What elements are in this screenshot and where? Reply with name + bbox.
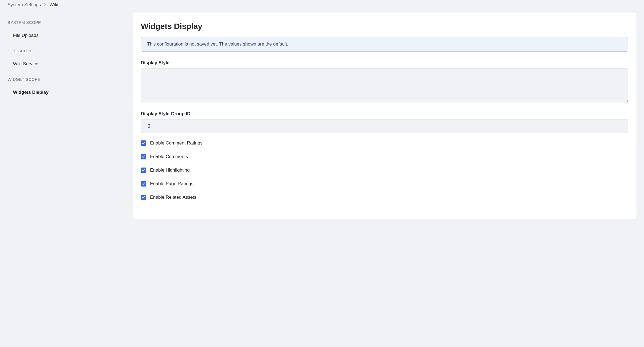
checkbox-row: Enable Comments [141, 154, 628, 159]
checkbox[interactable] [141, 154, 146, 159]
display-style-label: Display Style [141, 60, 628, 66]
checkbox-row: Enable Highlighting [141, 168, 628, 173]
checkbox-list: Enable Comment RatingsEnable CommentsEna… [141, 140, 628, 200]
page-title: Widgets Display [141, 22, 628, 31]
checkbox-label[interactable]: Enable Related Assets [150, 195, 196, 200]
display-style-input[interactable] [141, 68, 628, 102]
checkbox-label[interactable]: Enable Comment Ratings [150, 140, 203, 146]
checkbox-row: Enable Comment Ratings [141, 140, 628, 146]
checkbox[interactable] [141, 181, 146, 187]
scope-label: SYSTEM SCOPE [8, 20, 124, 30]
chevron-right-icon [44, 3, 46, 7]
breadcrumb-parent[interactable]: System Settings [8, 2, 41, 8]
scope-label: WIDGET SCOPE [8, 77, 124, 86]
scope-label: SITE SCOPE [8, 49, 124, 58]
checkbox-row: Enable Related Assets [141, 195, 628, 200]
checkbox-label[interactable]: Enable Page Ratings [150, 181, 193, 187]
sidebar: SYSTEM SCOPEFile UploadsSITE SCOPEWiki S… [8, 12, 124, 219]
breadcrumb-current: Wiki [50, 2, 58, 8]
breadcrumb: System Settings Wiki [0, 0, 644, 12]
info-alert: This configuration is not saved yet. The… [141, 37, 628, 52]
checkbox-label[interactable]: Enable Highlighting [150, 168, 190, 173]
checkbox-label[interactable]: Enable Comments [150, 154, 188, 159]
checkbox[interactable] [141, 195, 146, 200]
checkbox[interactable] [141, 140, 146, 146]
checkbox[interactable] [141, 168, 146, 173]
display-style-group-id-input[interactable] [141, 119, 628, 133]
display-style-group-id-label: Display Style Group ID [141, 111, 628, 117]
checkbox-row: Enable Page Ratings [141, 181, 628, 187]
sidebar-item[interactable]: File Uploads [8, 30, 124, 41]
sidebar-item[interactable]: Wiki Service [8, 58, 124, 70]
main-card: Widgets Display This configuration is no… [133, 12, 636, 219]
sidebar-item[interactable]: Widgets Display [8, 86, 124, 98]
